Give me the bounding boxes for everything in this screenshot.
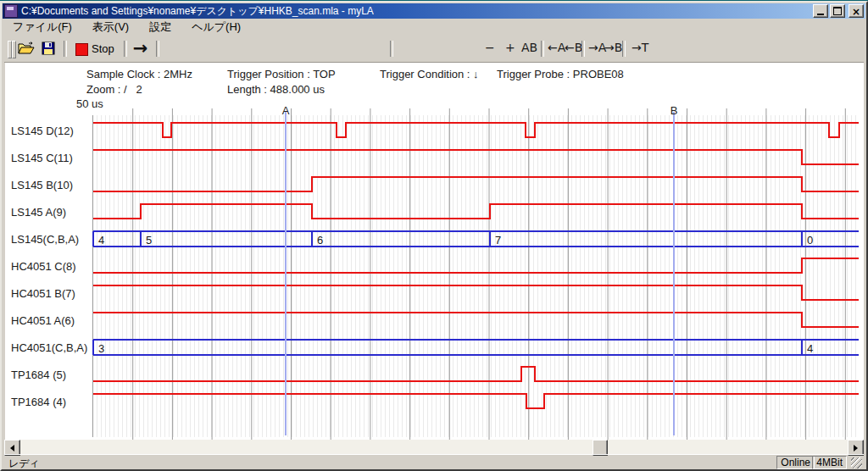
signal-trace xyxy=(93,123,859,137)
save-floppy-icon xyxy=(42,42,55,55)
save-file-button[interactable] xyxy=(38,39,58,58)
bus-value: 5 xyxy=(146,234,152,247)
signal-trace xyxy=(93,313,859,327)
status-online-badge: Online xyxy=(776,456,815,469)
signal-label: HC4051 B(7) xyxy=(11,287,75,301)
signal-label: LS145 A(9) xyxy=(11,206,66,219)
signal-label: TP1684 (4) xyxy=(11,396,66,409)
signal-trace xyxy=(93,367,859,381)
maximize-icon xyxy=(833,7,842,15)
menu-settings[interactable]: 設定 xyxy=(141,19,180,36)
title-bar[interactable]: C:¥Documents and Settings¥noname¥デスクトップ¥… xyxy=(3,3,865,19)
waveform-view: Sample Clock : 2MHz Trigger Position : T… xyxy=(5,63,864,440)
goto-cursor-b-button[interactable]: ←B xyxy=(565,41,582,54)
move-cursor-b-button[interactable]: →B xyxy=(604,41,622,54)
close-button[interactable]: × xyxy=(849,4,864,18)
signal-label: LS145 C(11) xyxy=(11,152,73,165)
signal-label: HC4051 C(8) xyxy=(11,260,76,274)
toolbar-separator xyxy=(541,41,544,57)
signal-label: HC4051 A(6) xyxy=(11,314,75,328)
cursor-b-label[interactable]: B xyxy=(669,104,679,117)
close-icon: × xyxy=(852,7,860,17)
trigger-probe-readout: Trigger Probe : PROBE08 xyxy=(497,68,624,80)
signal-trace xyxy=(93,177,859,191)
maximize-button[interactable] xyxy=(830,4,845,18)
bus-value: 4 xyxy=(98,234,104,247)
bus-value: 7 xyxy=(495,234,501,247)
run-arrow-icon: → xyxy=(133,40,148,57)
minimize-button[interactable] xyxy=(813,4,828,18)
toolbar-separator xyxy=(156,41,159,57)
open-file-button[interactable] xyxy=(16,39,36,58)
menu-view[interactable]: 表示(V) xyxy=(84,19,137,36)
signal-trace xyxy=(93,394,859,408)
app-icon xyxy=(4,4,18,18)
status-bar: レディ Online 4MBit xyxy=(4,454,864,470)
goto-trigger-button[interactable]: →T xyxy=(632,41,648,54)
signal-trace xyxy=(93,204,859,219)
arrow-left-icon xyxy=(10,445,14,452)
waveform-plot[interactable]: 4567034 AB xyxy=(92,115,859,437)
signal-trace xyxy=(93,285,859,300)
run-button[interactable]: → xyxy=(131,39,150,58)
window-title: C:¥Documents and Settings¥noname¥デスクトップ¥… xyxy=(21,4,374,19)
signal-label: HC4051(C,B,A) xyxy=(11,341,87,355)
zoom-readout: Zoom : / 2 xyxy=(86,83,142,96)
bus-value: 4 xyxy=(807,342,813,355)
horizontal-scrollbar[interactable] xyxy=(4,440,864,454)
minimize-icon xyxy=(817,14,824,15)
signal-label: LS145 B(10) xyxy=(11,179,73,192)
ab-button[interactable]: AB xyxy=(521,41,537,54)
arrow-right-icon xyxy=(854,445,858,452)
signal-label: LS145(C,B,A) xyxy=(11,233,79,247)
bus-value: 3 xyxy=(98,342,104,355)
status-message: レディ xyxy=(8,457,40,471)
bus-value: 6 xyxy=(317,234,323,247)
stop-icon xyxy=(75,43,88,56)
waveform-canvas: 4567034 xyxy=(93,108,859,441)
menu-help[interactable]: ヘルプ(H) xyxy=(183,19,249,36)
goto-cursor-a-button[interactable]: ←A xyxy=(548,41,565,54)
trigger-condition-readout: Trigger Condition : ↓ xyxy=(380,68,479,80)
signal-trace xyxy=(93,150,859,164)
resize-grip[interactable] xyxy=(851,457,862,468)
app-window: C:¥Documents and Settings¥noname¥デスクトップ¥… xyxy=(0,1,868,471)
trigger-position-readout: Trigger Position : TOP xyxy=(227,68,336,80)
toolbar: Stop → 100MHz TOP ↑ PROBE00 − + AB xyxy=(4,35,864,63)
zoom-in-button[interactable]: + xyxy=(505,41,515,54)
zoom-out-button[interactable]: − xyxy=(485,41,495,54)
signal-label: LS145 D(12) xyxy=(11,125,74,138)
toolbar-separator xyxy=(581,41,585,57)
toolbar-separator xyxy=(64,41,67,57)
bus-value: 0 xyxy=(807,234,813,247)
toolbar-separator xyxy=(622,41,626,57)
toolbar-separator xyxy=(124,41,127,57)
menu-file[interactable]: ファイル(F) xyxy=(4,19,81,36)
signal-label: TP1684 (5) xyxy=(11,368,66,382)
status-memory-badge: 4MBit xyxy=(812,456,847,469)
toolbar-separator xyxy=(390,41,393,57)
open-folder-icon xyxy=(18,42,35,55)
length-readout: Length : 488.000 us xyxy=(227,83,325,96)
cursor-a-label[interactable]: A xyxy=(281,104,291,117)
signal-trace xyxy=(93,258,859,273)
sample-clock-readout: Sample Clock : 2MHz xyxy=(86,68,192,80)
menu-bar: ファイル(F) 表示(V) 設定 ヘルプ(H) xyxy=(4,19,864,34)
